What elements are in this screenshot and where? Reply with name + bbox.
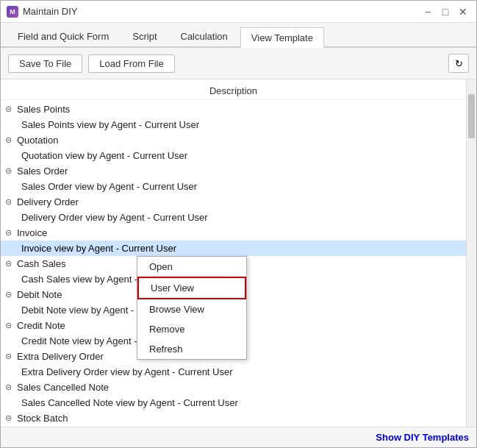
show-diy-templates-link[interactable]: Show DIY Templates: [376, 432, 469, 443]
tab-calculation[interactable]: Calculation: [170, 26, 239, 46]
maximize-button[interactable]: □: [438, 4, 453, 19]
tree-group-label-sales-order[interactable]: ⊝ Sales Order: [1, 163, 466, 179]
expand-icon: ⊝: [5, 228, 14, 238]
title-bar: M Maintain DIY − □ ✕: [1, 1, 476, 23]
scrollbar[interactable]: [466, 79, 476, 427]
toolbar: Save To File Load From File ↻: [1, 48, 476, 79]
expand-icon: ⊝: [5, 413, 14, 423]
tree-group-invoice: ⊝ Invoice Invoice view by Agent - Curren…: [1, 225, 466, 256]
expand-icon: ⊝: [5, 290, 14, 299]
save-to-file-button[interactable]: Save To File: [8, 54, 82, 73]
scrollbar-thumb[interactable]: [468, 94, 475, 138]
list-item[interactable]: Extra Delivery Order view by Agent - Cur…: [1, 364, 466, 380]
expand-icon: ⊝: [5, 259, 14, 269]
app-icon: M: [7, 6, 18, 18]
context-menu-item-open[interactable]: Open: [137, 257, 246, 277]
expand-icon: ⊝: [5, 321, 14, 330]
status-bar: Show DIY Templates: [1, 427, 476, 447]
tree-panel[interactable]: Description ⊝ Sales Points Sales Points …: [1, 79, 466, 427]
load-from-file-button[interactable]: Load From File: [88, 54, 174, 73]
expand-icon: ⊝: [5, 383, 14, 392]
context-menu-item-user-view[interactable]: User View: [137, 277, 246, 299]
list-item[interactable]: Sales Order view by Agent - Current User: [1, 179, 466, 194]
tree-group-label-invoice[interactable]: ⊝ Invoice: [1, 225, 466, 241]
tree-group-label-sales-cancelled-note[interactable]: ⊝ Sales Cancelled Note: [1, 380, 466, 395]
tab-script[interactable]: Script: [121, 26, 168, 46]
tree-header: Description: [1, 82, 466, 100]
context-menu-item-browse-view[interactable]: Browse View: [137, 299, 246, 319]
tree-group-label-quotation[interactable]: ⊝ Quotation: [1, 132, 466, 148]
tree-group-sales-cancelled-note: ⊝ Sales Cancelled Note Sales Cancelled N…: [1, 380, 466, 410]
list-item[interactable]: Quotation view by Agent - Current User: [1, 148, 466, 163]
tree-group-label-delivery-order[interactable]: ⊝ Delivery Order: [1, 194, 466, 210]
context-menu: Open User View Browse View Remove Refres…: [137, 256, 247, 360]
tree-group-sales-points: ⊝ Sales Points Sales Points view by Agen…: [1, 102, 466, 132]
list-item-invoice-selected[interactable]: Invoice view by Agent - Current User: [1, 241, 466, 256]
expand-icon: ⊝: [5, 104, 14, 114]
tree-group-label-sales-points[interactable]: ⊝ Sales Points: [1, 102, 466, 117]
expand-icon: ⊝: [5, 166, 14, 176]
refresh-button[interactable]: ↻: [448, 54, 469, 73]
tree-group-stock-batch: ⊝ Stock Batch: [1, 410, 466, 426]
window-controls: − □ ✕: [420, 4, 470, 19]
list-item[interactable]: Sales Cancelled Note view by Agent - Cur…: [1, 395, 466, 410]
context-menu-item-remove[interactable]: Remove: [137, 319, 246, 339]
expand-icon: ⊝: [5, 197, 14, 207]
content-area: Description ⊝ Sales Points Sales Points …: [1, 79, 476, 427]
list-item[interactable]: Sales Points view by Agent - Current Use…: [1, 117, 466, 132]
tab-field-and-quick-form[interactable]: Field and Quick Form: [7, 26, 120, 46]
expand-icon: ⊝: [5, 135, 14, 145]
list-item[interactable]: Delivery Order view by Agent - Current U…: [1, 210, 466, 225]
minimize-button[interactable]: −: [420, 4, 435, 19]
tabs-bar: Field and Quick Form Script Calculation …: [1, 23, 476, 48]
tree-group-sales-order: ⊝ Sales Order Sales Order view by Agent …: [1, 163, 466, 194]
refresh-icon: ↻: [455, 58, 463, 69]
tree-group-label-stock-batch[interactable]: ⊝ Stock Batch: [1, 410, 466, 426]
expand-icon: ⊝: [5, 352, 14, 361]
tree-group-quotation: ⊝ Quotation Quotation view by Agent - Cu…: [1, 132, 466, 163]
tree-group-delivery-order: ⊝ Delivery Order Delivery Order view by …: [1, 194, 466, 225]
window-title: Maintain DIY: [23, 6, 416, 17]
tab-view-template[interactable]: View Template: [240, 27, 324, 48]
context-menu-item-refresh[interactable]: Refresh: [137, 339, 246, 359]
close-button[interactable]: ✕: [456, 4, 470, 19]
main-window: M Maintain DIY − □ ✕ Field and Quick For…: [0, 0, 477, 448]
